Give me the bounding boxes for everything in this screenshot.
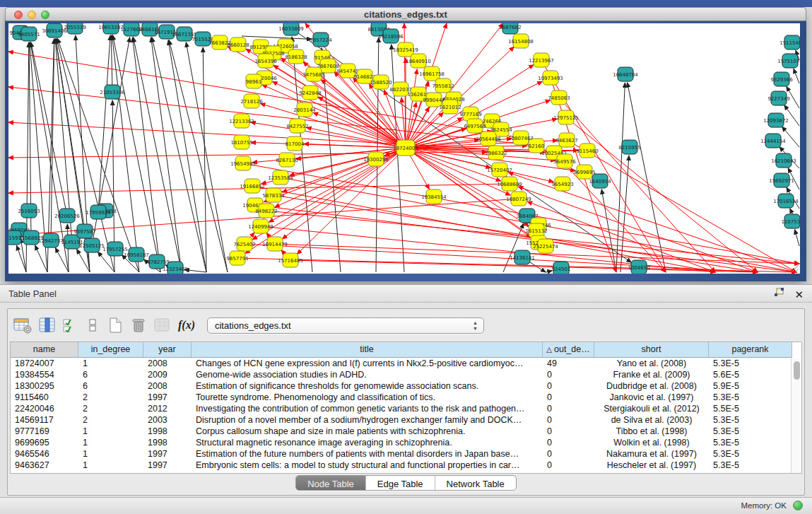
table-row[interactable]: 1830029562008Estimation of significance … — [11, 380, 801, 392]
table-row[interactable]: 1938455462009Genome-wide association stu… — [11, 369, 801, 380]
delete-table-icon[interactable] — [130, 315, 147, 335]
table-selector-dropdown[interactable]: citations_edges.txt ▲▼ — [207, 317, 484, 334]
graph-node[interactable]: 2516053 — [18, 204, 40, 218]
table-row[interactable]: 946554611997Estimation of the future num… — [11, 448, 801, 460]
graph-node[interactable]: 19166852 — [240, 179, 265, 193]
graph-node[interactable]: 12093872 — [763, 113, 789, 127]
graph-node[interactable]: 19384554 — [421, 189, 447, 204]
graph-node[interactable]: 7955812 — [432, 78, 454, 93]
graph-node[interactable]: 8427552 — [286, 119, 308, 133]
graph-node[interactable]: 9660128 — [227, 37, 249, 52]
graph-node[interactable]: 12353584 — [268, 170, 293, 185]
resize-grip-icon[interactable] — [789, 263, 799, 273]
graph-node[interactable]: 2687682 — [499, 23, 521, 34]
graph-node[interactable]: 15720407 — [487, 163, 512, 177]
graph-node[interactable]: 9405571 — [18, 27, 40, 41]
graph-node[interactable]: 7986322 — [485, 146, 507, 160]
table-row[interactable]: 1456911722003Disruption of a novel membe… — [11, 414, 801, 426]
column-header-in_degree[interactable]: in_degree — [78, 342, 143, 358]
network-canvas[interactable]: 9040552940557130691406205531910653287152… — [8, 23, 800, 274]
graph-node[interactable]: 98961 — [246, 74, 261, 88]
memory-ok-icon[interactable] — [793, 501, 803, 510]
scrollbar-thumb[interactable] — [794, 361, 800, 380]
table-row[interactable]: 1872400712008Changes of HCN gene express… — [11, 358, 801, 369]
select-column-icon[interactable] — [38, 315, 57, 335]
graph-node[interactable]: 9699695 — [573, 165, 595, 179]
graph-node[interactable]: 18300295 — [363, 152, 389, 166]
column-header-short[interactable]: short — [594, 342, 709, 358]
graph-node[interactable]: 9649576 — [553, 154, 576, 168]
graph-node[interactable]: 12409949 — [248, 219, 273, 233]
column-header-name[interactable]: name — [11, 342, 78, 358]
graph-node[interactable]: 12444154 — [760, 134, 786, 148]
graph-node[interactable]: 9857791 — [226, 251, 248, 265]
table-row[interactable]: 969969511998Structural magnetic resonanc… — [11, 437, 801, 448]
graph-node[interactable]: 817004 — [286, 136, 305, 151]
graph-node[interactable]: 16210643 — [771, 153, 796, 168]
graph-node[interactable]: 14136141 — [510, 250, 535, 264]
graph-node[interactable]: 1107533 — [781, 214, 800, 228]
column-header-year[interactable]: year — [143, 342, 192, 358]
graph-node[interactable]: 2055319 — [64, 23, 86, 34]
tab-network-table[interactable]: Network Table — [435, 476, 516, 491]
graph-node[interactable]: 10688609 — [497, 177, 522, 191]
graph-node[interactable]: 15115408 — [779, 35, 800, 49]
graph-node[interactable]: 12975125 — [553, 110, 579, 124]
graph-node[interactable]: 15716485 — [278, 253, 303, 267]
table-row[interactable]: 911546021997Tourette syndrome. Phenomeno… — [11, 392, 801, 403]
graph-node[interactable]: 16154808 — [508, 34, 534, 48]
graph-node[interactable]: 2718126 — [240, 94, 263, 108]
graph-node[interactable]: 15751074 — [777, 54, 800, 68]
column-header-out_de[interactable]: △out_de… — [543, 342, 594, 358]
table-vertical-scrollbar[interactable] — [791, 358, 801, 473]
graph-node[interactable]: 15692971 — [769, 173, 794, 187]
graph-node[interactable]: 3475685 — [302, 67, 324, 81]
column-header-pagerank[interactable]: pagerank — [709, 342, 792, 358]
graph-node[interactable]: 10973493 — [538, 71, 563, 85]
graph-node[interactable]: 17016514 — [773, 194, 799, 208]
graph-node[interactable]: 7485063 — [548, 90, 570, 105]
graph-node[interactable]: 12213363 — [229, 114, 254, 128]
select-rows-icon[interactable] — [63, 315, 78, 335]
function-builder-icon[interactable]: f(x) — [178, 315, 195, 335]
graph-node[interactable]: 21053346 — [100, 85, 125, 99]
graph-node[interactable]: 7857224 — [310, 33, 332, 47]
table-settings-icon[interactable] — [13, 315, 32, 335]
table-row[interactable]: 977716911998Corpus callosum shape and si… — [11, 426, 801, 437]
graph-node[interactable]: 8267130 — [276, 153, 298, 167]
graph-node[interactable]: 8186328 — [285, 49, 307, 64]
graph-node[interactable]: 5878334 — [262, 188, 285, 202]
graph-node[interactable]: 7625402 — [233, 237, 255, 251]
tab-node-table[interactable]: Node Table — [296, 476, 366, 491]
graph-node[interactable]: 1004650 — [628, 260, 649, 274]
graph-node[interactable]: 1621012 — [439, 100, 461, 114]
graph-node[interactable]: 6497568 — [464, 119, 486, 133]
graph-node[interactable]: 1588520 — [370, 75, 392, 89]
graph-node[interactable]: 18807249 — [506, 192, 531, 206]
graph-node[interactable]: 2803144 — [293, 103, 316, 117]
citation-graph[interactable]: 9040552940557130691406205531910653287152… — [8, 23, 800, 274]
graph-node[interactable]: 8498222 — [255, 204, 277, 218]
row-height-icon[interactable] — [85, 315, 100, 335]
graph-node[interactable]: 9397587 — [73, 224, 95, 238]
new-table-icon[interactable] — [107, 315, 124, 335]
graph-node[interactable]: 9227349 — [767, 91, 789, 105]
graph-node[interactable]: 9329366 — [770, 72, 793, 86]
tab-edge-table[interactable]: Edge Table — [366, 476, 435, 491]
graph-node[interactable]: 1810755 — [230, 135, 252, 149]
graph-node[interactable]: 924501 — [552, 262, 571, 274]
column-header-title[interactable]: title — [192, 342, 543, 358]
float-panel-icon[interactable] — [774, 288, 784, 300]
graph-node[interactable]: 9463627 — [555, 133, 577, 147]
graph-node[interactable]: 18724007 — [393, 140, 418, 156]
graph-node[interactable]: 9242848 — [299, 86, 321, 100]
graph-node[interactable]: 16914479 — [262, 237, 288, 251]
network-window-titlebar[interactable]: citations_edges.txt — [5, 7, 806, 21]
graph-node[interactable]: 9115460 — [576, 144, 598, 158]
graph-node[interactable]: 8215955 — [618, 140, 640, 154]
close-panel-icon[interactable]: ✕ — [794, 289, 804, 300]
table-row[interactable]: 2242004622012Investigating the contribut… — [11, 403, 801, 414]
graph-node[interactable]: 9654923 — [551, 177, 573, 191]
graph-node[interactable]: 16648784 — [613, 67, 638, 81]
graph-node[interactable]: 16033809 — [278, 23, 304, 35]
